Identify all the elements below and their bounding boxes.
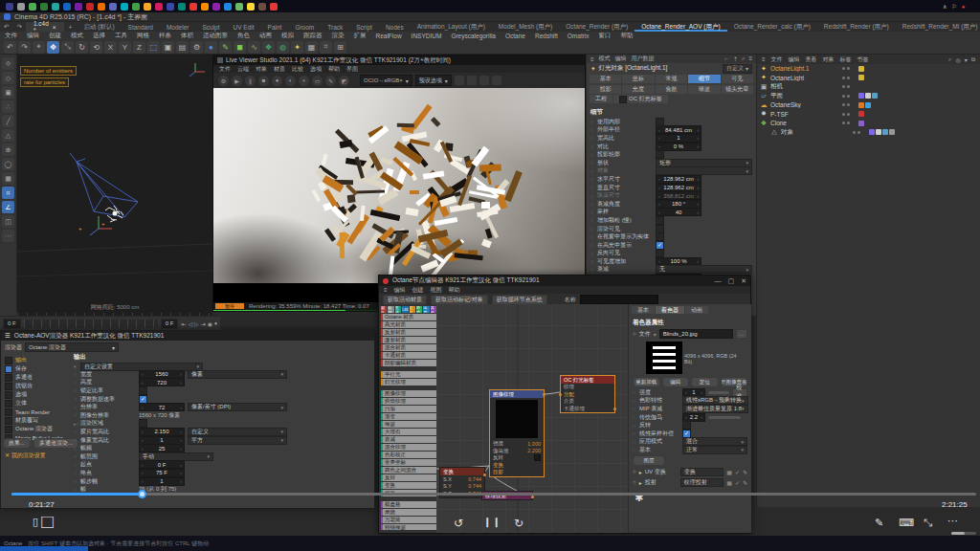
y-axis-lock-icon[interactable]: Y — [119, 41, 131, 54]
taskbar-app-icon[interactable] — [98, 3, 105, 11]
attr-tab[interactable]: 焦散 — [656, 85, 687, 94]
node-out-pin[interactable] — [543, 393, 546, 396]
node-input-pin-row[interactable]: 卡通纹理 — [561, 406, 614, 413]
node-category-chip[interactable]: 材质 — [381, 306, 387, 313]
field-icon[interactable]: ◍ — [277, 41, 289, 54]
search-icon[interactable]: ⌕ — [742, 55, 745, 62]
rs-category-checkbox[interactable] — [5, 426, 12, 433]
node-title[interactable]: 图像纹理 — [490, 390, 544, 398]
menu-item[interactable]: Greyscalegorilla — [446, 33, 501, 39]
taskbar-app-icon[interactable] — [17, 3, 25, 11]
rs-my-preset[interactable]: ✕ 我的渲染设置 — [5, 452, 46, 460]
checkbox[interactable] — [139, 395, 147, 404]
layout-tab[interactable]: Redshift_Render_MI (用户) — [896, 22, 980, 32]
node-out-pin[interactable] — [613, 408, 616, 410]
mirror-icon[interactable]: ◫ — [2, 215, 14, 228]
object-row[interactable]: ❖ Clone — [757, 119, 980, 128]
node-canvas[interactable]: 变换 S.X0.744S.Y0.744S.Z0.744 图像纹理 强度1.000… — [436, 304, 628, 533]
object-tags[interactable] — [858, 102, 872, 108]
layout-tab[interactable]: Octane_Render_AOV (用户) — [635, 22, 726, 32]
visibility-dots[interactable] — [842, 85, 850, 88]
lv-background-icon[interactable]: ◩ — [339, 76, 349, 86]
workplane-icon[interactable]: ▦ — [305, 41, 318, 54]
image-texture-node[interactable]: 图像纹理 强度1.000伽马值2.200 反转 变换投影 — [489, 389, 545, 477]
render-settings-icon[interactable]: ⚙ — [190, 41, 203, 54]
lv-compare-icon[interactable]: ◐ — [285, 76, 296, 86]
layout-tab[interactable]: Redshift_Render (用户) — [817, 22, 896, 32]
param-row[interactable]: ○ 反转 ‹› ▾ — [629, 421, 751, 430]
om-menu-item[interactable]: 查看 — [806, 55, 817, 64]
om-layout-icon[interactable]: ⧉ — [971, 56, 975, 63]
up-icon[interactable]: ⇡ — [733, 55, 738, 62]
node-out-pin[interactable] — [531, 496, 534, 498]
param-row[interactable]: ○ 渲染可见 ‹› ▾ — [587, 225, 756, 233]
menu-item[interactable]: 模拟 — [277, 32, 299, 40]
projection-node-icon[interactable]: ✱ — [629, 488, 751, 508]
node-type-button[interactable]: 混合材质 — [381, 344, 436, 351]
document-tab[interactable]: 1.c4d *× — [26, 22, 64, 32]
record-indicator-icon[interactable]: ● — [962, 4, 966, 10]
param-row[interactable]: ○ 图像分辨率 ‹› ▾ ▾ 1560 x 720 像素 — [70, 411, 309, 420]
rs-category[interactable]: 选项 — [3, 390, 68, 399]
rs-category-checkbox[interactable] — [5, 383, 12, 390]
rs-category[interactable]: Team Render — [3, 408, 68, 416]
make-editable-icon[interactable]: ⟐ — [2, 57, 14, 70]
layout-tab[interactable]: Sculpt — [195, 22, 226, 32]
attr-tab[interactable]: 投影 — [590, 85, 621, 94]
node-type-button[interactable]: 混合纹理 — [381, 444, 436, 451]
lv-settings-icon[interactable]: ⚙ — [218, 76, 229, 86]
model-mode-icon[interactable]: ◇ — [2, 72, 14, 84]
attr-tab[interactable]: 细节 — [688, 75, 720, 83]
object-row[interactable]: △ 对象 — [757, 128, 980, 138]
taskbar-app-icon[interactable] — [167, 3, 174, 11]
attr-tab[interactable]: 镜头光晕 — [722, 85, 753, 94]
node-row[interactable]: S.X0.744 — [440, 475, 484, 483]
lv-clay-icon[interactable] — [479, 76, 489, 85]
menu-item[interactable]: INSYDIUM — [407, 33, 447, 39]
param-row[interactable]: ○ 高度 ‹720› ▾ ▾ — [70, 379, 309, 387]
rs-category[interactable]: 抗锯齿 — [3, 382, 68, 390]
props-button[interactable]: 编辑 — [662, 377, 690, 387]
tray-flag-icon[interactable]: ⚐ — [951, 3, 956, 10]
om-dropdown-icon[interactable]: ▾ — [965, 56, 968, 63]
rs-category-checkbox[interactable] — [5, 391, 12, 399]
ne-menu-item[interactable]: 编辑 — [394, 286, 406, 295]
node-input-pin-row[interactable]: 分配 — [561, 391, 614, 399]
menu-item[interactable]: 文件 — [0, 32, 22, 40]
param-row[interactable]: ○ 纵深尺寸 ‹368.812 cm› ▾ — [587, 191, 756, 200]
param-row[interactable]: ○ 在视窗中显示为实体 ‹› ▾ — [587, 232, 756, 241]
menu-item[interactable]: 模式 — [66, 32, 88, 40]
lv-menu-item[interactable]: 选项 — [310, 65, 322, 74]
object-row[interactable]: ✦ OctaneLight — [757, 74, 980, 83]
menu-item[interactable]: 跟踪器 — [299, 32, 327, 40]
tray-expand-icon[interactable]: ∧ — [943, 3, 947, 10]
preset-dropdown[interactable]: 预设选项▾ — [415, 75, 452, 86]
rs-category[interactable]: Octane 渲染器 — [3, 425, 68, 433]
visibility-dots[interactable] — [842, 95, 850, 98]
node-type-button[interactable]: 世界坐标 — [381, 459, 436, 466]
lv-menu-item[interactable]: 文件 — [219, 65, 231, 74]
snap-toggle-icon[interactable]: ⌗ — [2, 187, 14, 199]
visibility-dots[interactable] — [842, 67, 850, 70]
lv-stop-icon[interactable]: ■ — [258, 76, 269, 86]
viewport[interactable]: Number of emitters rate for particles ++ — [17, 55, 212, 316]
rs-titlebar[interactable]: ☰ Octane-AOV渲染器 K921工作室汉化 微信 TTK921901 — [1, 331, 374, 341]
node-title[interactable]: 变换 — [440, 468, 484, 475]
param-row[interactable]: ○ 反向可见 ‹› ▾ — [587, 250, 756, 258]
pause-icon[interactable]: ❙❙ — [483, 517, 501, 527]
cube-primitive-icon[interactable]: ◼ — [234, 41, 246, 54]
param-row[interactable]: ○ 调整数据速率 ‹› ▾ ▾ — [70, 395, 309, 404]
layout-tab[interactable]: Groom — [288, 22, 321, 32]
attr-tab[interactable]: 常规 — [656, 75, 687, 83]
attr-tab[interactable]: 可见 — [722, 75, 753, 83]
menu-item[interactable]: 工具 — [110, 32, 132, 40]
target-icon[interactable]: ▦ — [726, 479, 732, 486]
menu-item[interactable]: RealFlow — [371, 33, 407, 39]
dropdown[interactable]: 正常▾ — [682, 446, 747, 454]
coordinate-system-icon[interactable]: ⬚ — [147, 41, 160, 54]
param-row[interactable]: ○ 像素宽高比 ‹1› ▾ 平方▾ — [70, 436, 309, 445]
node-category-chip[interactable]: 纹理 — [388, 306, 393, 313]
rs-category[interactable]: 立体 — [3, 399, 68, 408]
taskbar-app-icon[interactable] — [155, 3, 163, 11]
play-forward-icon[interactable]: ▷ — [194, 320, 199, 327]
